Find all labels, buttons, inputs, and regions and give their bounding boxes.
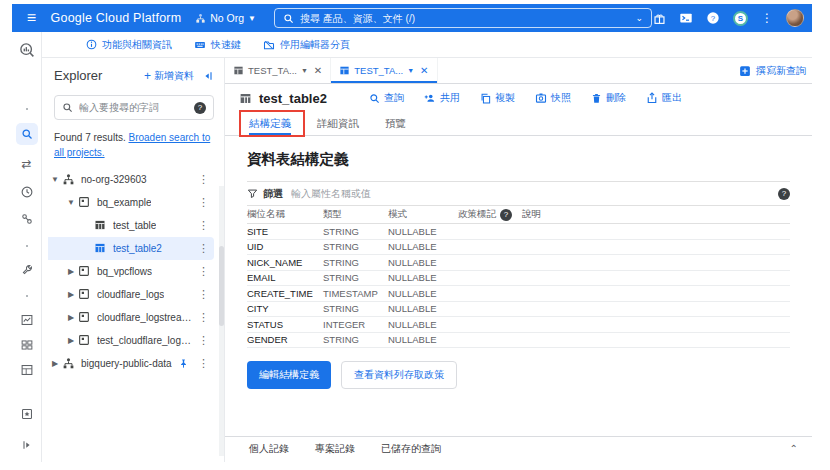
- org-switcher[interactable]: No Org ▼: [195, 12, 256, 24]
- explorer-search-input[interactable]: [79, 102, 188, 113]
- tree-item-table[interactable]: test_table ⋮: [48, 214, 214, 237]
- item-menu-icon[interactable]: ⋮: [195, 265, 212, 278]
- tab-close-icon[interactable]: ✕: [314, 65, 322, 76]
- delete-button[interactable]: 刪除: [591, 91, 626, 105]
- rail-expand-icon[interactable]: [21, 439, 33, 451]
- item-menu-icon[interactable]: ⋮: [195, 357, 212, 370]
- edit-schema-button[interactable]: 編輯結構定義: [247, 361, 331, 389]
- item-menu-icon[interactable]: ⋮: [195, 242, 212, 255]
- filter-help-icon[interactable]: ?: [778, 188, 790, 200]
- column-header-field-name: 欄位名稱: [247, 206, 323, 224]
- shortcuts-button[interactable]: 快速鍵: [194, 38, 241, 52]
- caret-right-icon[interactable]: ▶: [64, 313, 78, 322]
- editor-tab-active[interactable]: TEST_TA... ▼ ✕: [331, 58, 437, 83]
- pin-icon[interactable]: [178, 358, 189, 369]
- snapshot-button[interactable]: 快照: [535, 91, 571, 105]
- query-button[interactable]: 查詢: [369, 91, 404, 105]
- more-options-icon[interactable]: ⋮: [761, 11, 773, 25]
- add-data-button[interactable]: + 新增資料: [144, 69, 194, 83]
- rail-capacity-item[interactable]: [20, 339, 33, 352]
- search-icon: [369, 93, 380, 104]
- policy-help-icon[interactable]: ?: [500, 209, 512, 221]
- tab-saved-queries[interactable]: 已儲存的查詢: [381, 442, 441, 456]
- caret-right-icon[interactable]: ▶: [64, 290, 78, 299]
- filter-button[interactable]: 篩選: [247, 187, 283, 201]
- tree-item-dataset[interactable]: ▶ bq_vpcflows ⋮: [48, 260, 214, 283]
- tab-dropdown-icon[interactable]: ▼: [301, 67, 308, 74]
- menu-icon[interactable]: ≡: [20, 9, 43, 27]
- caret-right-icon[interactable]: ▶: [48, 359, 62, 368]
- caret-down-icon[interactable]: ▼: [64, 198, 78, 207]
- compose-new-query-button[interactable]: 撰寫新查詢: [739, 58, 806, 84]
- rail-release-notes-item[interactable]: [20, 408, 33, 421]
- column-header-type: 類型: [323, 206, 388, 224]
- global-search-input[interactable]: [300, 13, 629, 24]
- schema-row: SITESTRINGNULLABLE: [247, 224, 790, 240]
- tree-item-table-selected[interactable]: test_table2 ⋮: [48, 237, 214, 260]
- cloud-shell-icon[interactable]: [679, 11, 693, 25]
- tab-schema[interactable]: 結構定義: [249, 112, 291, 135]
- schema-content: 資料表結構定義 篩選 ? 欄位名稱 類型 模式 政策標記: [225, 136, 812, 436]
- caret-right-icon[interactable]: ▶: [64, 336, 78, 345]
- editor-toolbar: 功能與相關資訊 快速鍵 停用編輯器分頁: [42, 32, 812, 58]
- explorer-search-box[interactable]: ?: [54, 95, 214, 120]
- item-menu-icon[interactable]: ⋮: [195, 288, 212, 301]
- global-search-box[interactable]: ⌄: [274, 8, 652, 28]
- tab-dropdown-icon[interactable]: ▼: [407, 67, 414, 74]
- project-icon: [62, 357, 75, 370]
- rail-transfers-item[interactable]: ⇄: [21, 157, 31, 171]
- rail-search-item[interactable]: [16, 123, 38, 145]
- disable-editor-tabs-button[interactable]: 停用編輯器分頁: [263, 38, 350, 52]
- account-status-badge[interactable]: S: [733, 11, 748, 26]
- tab-personal-history[interactable]: 個人記錄: [249, 442, 289, 456]
- column-header-mode: 模式: [388, 206, 458, 224]
- tree-item-dataset[interactable]: ▶ cloudflare_logstream_1 ⋮: [48, 306, 214, 329]
- tree-item-project[interactable]: ▼ no-org-329603 ⋮: [48, 168, 214, 191]
- item-menu-icon[interactable]: ⋮: [195, 196, 212, 209]
- explorer-scrollbar[interactable]: [219, 186, 224, 456]
- rail-admin-item[interactable]: [20, 264, 33, 277]
- collapse-panel-icon[interactable]: [202, 70, 214, 82]
- tab-details[interactable]: 詳細資訊: [317, 112, 359, 135]
- svg-text:?: ?: [711, 14, 716, 23]
- user-avatar[interactable]: [786, 9, 804, 27]
- rail-analytics-hub-item[interactable]: [20, 213, 33, 226]
- tree-item-project-pinned[interactable]: ▶ bigquery-public-data ⋮: [48, 352, 214, 375]
- rail-bi-engine-item[interactable]: [20, 364, 33, 377]
- project-icon: [62, 173, 75, 186]
- item-menu-icon[interactable]: ⋮: [195, 311, 212, 324]
- tab-close-icon[interactable]: ✕: [420, 65, 428, 76]
- tree-item-dataset[interactable]: ▶ test_cloudflare_logstream ⋮: [48, 329, 214, 352]
- export-button[interactable]: 匯出: [646, 91, 682, 105]
- schema-filter-input[interactable]: [291, 188, 770, 199]
- search-dropdown-icon[interactable]: ⌄: [635, 13, 643, 23]
- panel-expand-icon[interactable]: ⌃: [790, 443, 798, 454]
- features-info-button[interactable]: 功能與相關資訊: [86, 38, 172, 52]
- item-menu-icon[interactable]: ⋮: [195, 334, 212, 347]
- tree-item-dataset[interactable]: ▶ cloudflare_logs ⋮: [48, 283, 214, 306]
- editor-tab[interactable]: TEST_TA... ▼ ✕: [225, 58, 331, 83]
- share-button[interactable]: 共用: [424, 91, 460, 105]
- top-navigation-bar: ≡ Google Cloud Platform No Org ▼ ⌄ ? S ⋮: [12, 4, 812, 32]
- view-row-access-policy-button[interactable]: 查看資料列存取政策: [341, 361, 457, 389]
- explorer-panel: Explorer + 新增資料 ? Found 7 results. Broad…: [42, 58, 225, 462]
- search-help-icon[interactable]: ?: [194, 102, 206, 114]
- schema-row: EMAILSTRINGNULLABLE: [247, 270, 790, 286]
- search-icon: [62, 102, 73, 113]
- tab-project-history[interactable]: 專案記錄: [315, 442, 355, 456]
- item-menu-icon[interactable]: ⋮: [195, 219, 212, 232]
- help-icon[interactable]: ?: [706, 11, 720, 25]
- copy-button[interactable]: 複製: [480, 91, 515, 105]
- free-trial-icon[interactable]: [652, 11, 666, 25]
- dataset-icon: [78, 334, 91, 347]
- item-menu-icon[interactable]: ⋮: [195, 173, 212, 186]
- rail-scheduled-queries-item[interactable]: [20, 186, 33, 199]
- tree-item-dataset[interactable]: ▼ bq_example ⋮: [48, 191, 214, 214]
- rail-monitoring-item[interactable]: [20, 314, 33, 327]
- tab-preview[interactable]: 預覽: [385, 112, 406, 135]
- caret-right-icon[interactable]: ▶: [64, 267, 78, 276]
- square-plus-icon: [739, 65, 751, 77]
- scrollbar-thumb[interactable]: [219, 246, 224, 326]
- dataset-icon: [78, 196, 91, 209]
- caret-down-icon[interactable]: ▼: [48, 175, 62, 184]
